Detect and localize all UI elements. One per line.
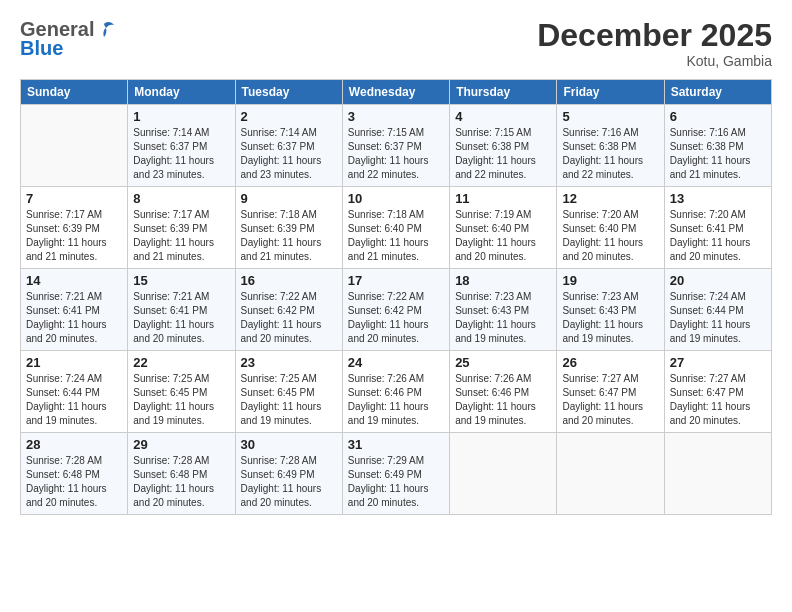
logo-blue: Blue	[20, 37, 63, 60]
day-detail: Sunrise: 7:22 AMSunset: 6:42 PMDaylight:…	[241, 291, 322, 344]
day-number: 14	[26, 273, 122, 288]
day-number: 30	[241, 437, 337, 452]
day-number: 5	[562, 109, 658, 124]
day-detail: Sunrise: 7:17 AMSunset: 6:39 PMDaylight:…	[133, 209, 214, 262]
day-detail: Sunrise: 7:23 AMSunset: 6:43 PMDaylight:…	[562, 291, 643, 344]
col-monday: Monday	[128, 80, 235, 105]
calendar-cell	[557, 433, 664, 515]
day-number: 25	[455, 355, 551, 370]
calendar-cell	[450, 433, 557, 515]
day-number: 29	[133, 437, 229, 452]
day-number: 1	[133, 109, 229, 124]
day-number: 4	[455, 109, 551, 124]
day-number: 11	[455, 191, 551, 206]
day-number: 20	[670, 273, 766, 288]
col-friday: Friday	[557, 80, 664, 105]
day-detail: Sunrise: 7:23 AMSunset: 6:43 PMDaylight:…	[455, 291, 536, 344]
col-sunday: Sunday	[21, 80, 128, 105]
day-number: 9	[241, 191, 337, 206]
day-number: 17	[348, 273, 444, 288]
calendar-cell: 5 Sunrise: 7:16 AMSunset: 6:38 PMDayligh…	[557, 105, 664, 187]
day-detail: Sunrise: 7:21 AMSunset: 6:41 PMDaylight:…	[26, 291, 107, 344]
day-number: 24	[348, 355, 444, 370]
calendar-cell: 11 Sunrise: 7:19 AMSunset: 6:40 PMDaylig…	[450, 187, 557, 269]
title-block: December 2025 Kotu, Gambia	[537, 18, 772, 69]
logo-bird-icon	[94, 19, 116, 41]
calendar-cell: 25 Sunrise: 7:26 AMSunset: 6:46 PMDaylig…	[450, 351, 557, 433]
day-detail: Sunrise: 7:26 AMSunset: 6:46 PMDaylight:…	[348, 373, 429, 426]
calendar-cell: 9 Sunrise: 7:18 AMSunset: 6:39 PMDayligh…	[235, 187, 342, 269]
day-detail: Sunrise: 7:29 AMSunset: 6:49 PMDaylight:…	[348, 455, 429, 508]
day-detail: Sunrise: 7:17 AMSunset: 6:39 PMDaylight:…	[26, 209, 107, 262]
day-number: 22	[133, 355, 229, 370]
day-detail: Sunrise: 7:26 AMSunset: 6:46 PMDaylight:…	[455, 373, 536, 426]
day-detail: Sunrise: 7:16 AMSunset: 6:38 PMDaylight:…	[562, 127, 643, 180]
day-number: 27	[670, 355, 766, 370]
day-detail: Sunrise: 7:24 AMSunset: 6:44 PMDaylight:…	[670, 291, 751, 344]
calendar-cell: 15 Sunrise: 7:21 AMSunset: 6:41 PMDaylig…	[128, 269, 235, 351]
calendar-cell	[21, 105, 128, 187]
calendar-cell: 22 Sunrise: 7:25 AMSunset: 6:45 PMDaylig…	[128, 351, 235, 433]
col-wednesday: Wednesday	[342, 80, 449, 105]
day-detail: Sunrise: 7:14 AMSunset: 6:37 PMDaylight:…	[241, 127, 322, 180]
day-number: 8	[133, 191, 229, 206]
day-number: 6	[670, 109, 766, 124]
calendar-cell: 29 Sunrise: 7:28 AMSunset: 6:48 PMDaylig…	[128, 433, 235, 515]
day-detail: Sunrise: 7:25 AMSunset: 6:45 PMDaylight:…	[133, 373, 214, 426]
day-number: 28	[26, 437, 122, 452]
calendar-cell: 12 Sunrise: 7:20 AMSunset: 6:40 PMDaylig…	[557, 187, 664, 269]
calendar-cell: 14 Sunrise: 7:21 AMSunset: 6:41 PMDaylig…	[21, 269, 128, 351]
calendar-cell: 18 Sunrise: 7:23 AMSunset: 6:43 PMDaylig…	[450, 269, 557, 351]
col-tuesday: Tuesday	[235, 80, 342, 105]
day-number: 2	[241, 109, 337, 124]
logo: General Blue	[20, 18, 116, 60]
day-detail: Sunrise: 7:27 AMSunset: 6:47 PMDaylight:…	[562, 373, 643, 426]
day-detail: Sunrise: 7:21 AMSunset: 6:41 PMDaylight:…	[133, 291, 214, 344]
calendar-cell: 4 Sunrise: 7:15 AMSunset: 6:38 PMDayligh…	[450, 105, 557, 187]
location-subtitle: Kotu, Gambia	[537, 53, 772, 69]
day-detail: Sunrise: 7:28 AMSunset: 6:48 PMDaylight:…	[26, 455, 107, 508]
day-number: 12	[562, 191, 658, 206]
day-detail: Sunrise: 7:28 AMSunset: 6:48 PMDaylight:…	[133, 455, 214, 508]
calendar-cell: 1 Sunrise: 7:14 AMSunset: 6:37 PMDayligh…	[128, 105, 235, 187]
calendar-table: Sunday Monday Tuesday Wednesday Thursday…	[20, 79, 772, 515]
day-detail: Sunrise: 7:27 AMSunset: 6:47 PMDaylight:…	[670, 373, 751, 426]
calendar-cell: 27 Sunrise: 7:27 AMSunset: 6:47 PMDaylig…	[664, 351, 771, 433]
day-detail: Sunrise: 7:19 AMSunset: 6:40 PMDaylight:…	[455, 209, 536, 262]
calendar-cell: 3 Sunrise: 7:15 AMSunset: 6:37 PMDayligh…	[342, 105, 449, 187]
day-detail: Sunrise: 7:15 AMSunset: 6:38 PMDaylight:…	[455, 127, 536, 180]
calendar-cell: 26 Sunrise: 7:27 AMSunset: 6:47 PMDaylig…	[557, 351, 664, 433]
day-detail: Sunrise: 7:15 AMSunset: 6:37 PMDaylight:…	[348, 127, 429, 180]
calendar-cell: 30 Sunrise: 7:28 AMSunset: 6:49 PMDaylig…	[235, 433, 342, 515]
calendar-week-row: 28 Sunrise: 7:28 AMSunset: 6:48 PMDaylig…	[21, 433, 772, 515]
header: General Blue December 2025 Kotu, Gambia	[20, 18, 772, 69]
page: General Blue December 2025 Kotu, Gambia …	[0, 0, 792, 612]
day-number: 31	[348, 437, 444, 452]
calendar-cell: 16 Sunrise: 7:22 AMSunset: 6:42 PMDaylig…	[235, 269, 342, 351]
day-number: 18	[455, 273, 551, 288]
day-detail: Sunrise: 7:28 AMSunset: 6:49 PMDaylight:…	[241, 455, 322, 508]
day-detail: Sunrise: 7:25 AMSunset: 6:45 PMDaylight:…	[241, 373, 322, 426]
day-number: 23	[241, 355, 337, 370]
day-number: 19	[562, 273, 658, 288]
col-saturday: Saturday	[664, 80, 771, 105]
calendar-cell: 20 Sunrise: 7:24 AMSunset: 6:44 PMDaylig…	[664, 269, 771, 351]
calendar-cell: 23 Sunrise: 7:25 AMSunset: 6:45 PMDaylig…	[235, 351, 342, 433]
calendar-cell: 28 Sunrise: 7:28 AMSunset: 6:48 PMDaylig…	[21, 433, 128, 515]
calendar-cell: 6 Sunrise: 7:16 AMSunset: 6:38 PMDayligh…	[664, 105, 771, 187]
day-number: 13	[670, 191, 766, 206]
day-detail: Sunrise: 7:22 AMSunset: 6:42 PMDaylight:…	[348, 291, 429, 344]
day-detail: Sunrise: 7:20 AMSunset: 6:40 PMDaylight:…	[562, 209, 643, 262]
calendar-cell: 24 Sunrise: 7:26 AMSunset: 6:46 PMDaylig…	[342, 351, 449, 433]
col-thursday: Thursday	[450, 80, 557, 105]
day-number: 10	[348, 191, 444, 206]
day-detail: Sunrise: 7:18 AMSunset: 6:40 PMDaylight:…	[348, 209, 429, 262]
calendar-week-row: 21 Sunrise: 7:24 AMSunset: 6:44 PMDaylig…	[21, 351, 772, 433]
calendar-cell	[664, 433, 771, 515]
calendar-cell: 17 Sunrise: 7:22 AMSunset: 6:42 PMDaylig…	[342, 269, 449, 351]
month-title: December 2025	[537, 18, 772, 53]
day-detail: Sunrise: 7:14 AMSunset: 6:37 PMDaylight:…	[133, 127, 214, 180]
day-number: 26	[562, 355, 658, 370]
calendar-week-row: 7 Sunrise: 7:17 AMSunset: 6:39 PMDayligh…	[21, 187, 772, 269]
day-number: 16	[241, 273, 337, 288]
